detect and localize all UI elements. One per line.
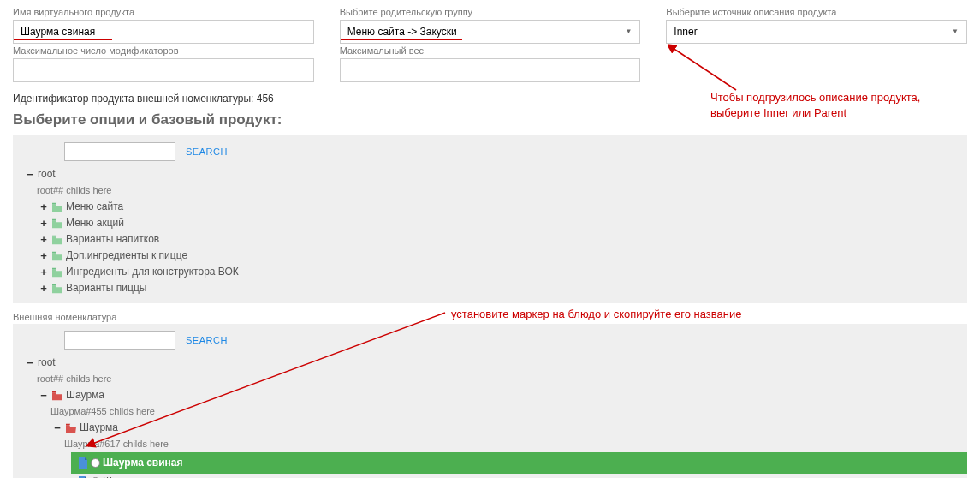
max-modifiers-label: Максимальное число модификаторов — [13, 45, 314, 56]
folder-icon — [51, 251, 63, 261]
tree1-item[interactable]: +Доп.ингредиенты к пицце — [32, 248, 967, 264]
plus-icon[interactable]: + — [39, 231, 49, 248]
options-title: Выберите опции и базовый продукт: — [0, 111, 980, 135]
red-underline-group — [341, 39, 462, 40]
minus-icon[interactable]: − — [52, 420, 62, 436]
tree1-item-label: Варианты пиццы — [66, 280, 146, 296]
plus-icon[interactable]: + — [39, 215, 49, 231]
tree2-l2-childs-here: Шаурма#617 childs here — [45, 436, 967, 452]
max-weight-label: Максимальный вес — [340, 45, 641, 56]
tree2-search-button[interactable]: SEARCH — [186, 335, 228, 345]
tree1-item[interactable]: +Меню акций — [32, 215, 967, 231]
tree1-item-label: Доп.ингредиенты к пицце — [66, 248, 187, 264]
source-select[interactable]: Inner — [666, 20, 967, 44]
folder-icon — [51, 267, 63, 278]
folder-icon — [51, 202, 63, 212]
tree2-item2-label: Шаурма куриная — [103, 474, 182, 478]
tree2-root-childs-here: root## childs here — [18, 371, 967, 387]
folder-icon — [51, 218, 63, 229]
tree2-l2-label[interactable]: Шаурма — [80, 420, 118, 436]
tree2-search-input[interactable] — [64, 331, 175, 350]
external-id-line: Идентификатор продукта внешней номенклат… — [0, 91, 980, 111]
radio-selected[interactable] — [91, 458, 100, 468]
tree2-l1-label[interactable]: Шаурма — [66, 387, 104, 403]
max-weight-input[interactable] — [340, 58, 641, 82]
tree1-root-label[interactable]: root — [38, 166, 56, 182]
minus-icon[interactable]: − — [25, 166, 35, 182]
tree1-item-label: Ингредиенты для конструктора ВОК — [66, 264, 239, 280]
minus-icon[interactable]: − — [39, 387, 49, 403]
tree1-item[interactable]: +Ингредиенты для конструктора ВОК — [32, 264, 967, 280]
source-label: Выберите источник описания продукта — [666, 7, 967, 17]
tree2-item[interactable]: Шаурма куриная — [71, 474, 967, 478]
tree2-l1-childs-here: Шаурма#455 childs here — [32, 403, 967, 420]
tree1-search-input[interactable] — [64, 142, 175, 161]
plus-icon[interactable]: + — [39, 264, 49, 280]
name-label: Имя виртуального продукта — [13, 7, 314, 17]
folder-icon — [51, 235, 63, 245]
tree1-item-label: Меню сайта — [66, 199, 123, 215]
tree1-item[interactable]: +Варианты напитков — [32, 231, 967, 248]
options-tree-panel: SEARCH − root root## childs here +Меню с… — [13, 135, 967, 303]
plus-icon[interactable]: + — [39, 199, 49, 215]
folder-icon — [51, 284, 63, 294]
plus-icon[interactable]: + — [39, 248, 49, 264]
tree1-item-label: Меню акций — [66, 215, 124, 231]
tree1-root-childs-here: root## childs here — [18, 182, 967, 199]
file-icon — [78, 457, 88, 469]
tree1-item-label: Варианты напитков — [66, 231, 159, 248]
max-modifiers-input[interactable] — [13, 58, 314, 82]
tree1-item[interactable]: +Варианты пиццы — [32, 280, 967, 296]
red-underline-name — [14, 39, 112, 40]
tree2-item1-label: Шаурма свиная — [103, 455, 183, 471]
tree2-root-label[interactable]: root — [38, 355, 56, 371]
folder-open-icon — [51, 391, 63, 401]
tree1-item[interactable]: +Меню сайта — [32, 199, 967, 215]
tree1-search-button[interactable]: SEARCH — [186, 146, 228, 157]
folder-open-icon — [65, 423, 77, 433]
plus-icon[interactable]: + — [39, 280, 49, 296]
parent-group-label: Выбрите родительскую группу — [340, 7, 641, 17]
external-tree-panel: SEARCH − root root## childs here − Шаурм… — [13, 324, 967, 478]
minus-icon[interactable]: − — [25, 355, 35, 371]
tree2-item-selected[interactable]: Шаурма свиная — [71, 452, 967, 474]
external-nomenclature-label: Внешняя номенклатура — [0, 307, 980, 324]
